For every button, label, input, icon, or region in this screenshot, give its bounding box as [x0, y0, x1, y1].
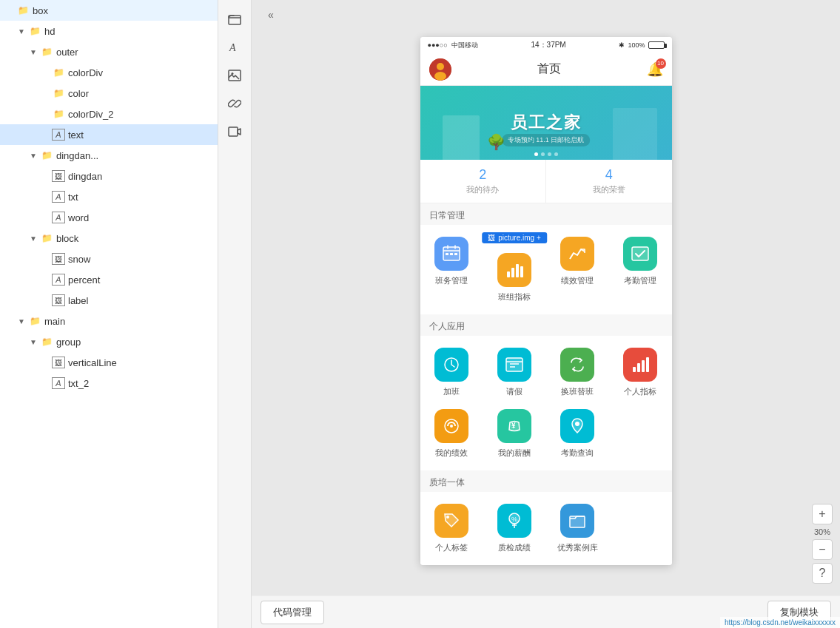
folder-icon-color: 📁 [52, 87, 65, 99]
zoom-out-button[interactable]: − [812, 539, 833, 560]
tree-item-snow[interactable]: 🖼 snow [0, 249, 218, 269]
folder-icon-hd: 📁 [28, 25, 41, 37]
code-management-button[interactable]: 代码管理 [261, 601, 324, 624]
status-right: ✱ 100% [619, 41, 664, 49]
zoom-in-button[interactable]: + [812, 504, 833, 524]
tree-item-block[interactable]: ▼ 📁 block [0, 228, 218, 249]
app-header: 首页 🔔 10 [420, 53, 672, 86]
folder-icon-colorDiv2: 📁 [52, 108, 65, 120]
icon-cell-qingjia[interactable]: 请假 [483, 342, 546, 403]
stat-item-pending[interactable]: 2 我的待办 [420, 160, 546, 203]
tree-item-percent[interactable]: A percent [0, 269, 218, 290]
svg-rect-28 [646, 357, 649, 372]
svg-point-33 [446, 516, 449, 519]
arrow-hd: ▼ [18, 27, 28, 36]
tree-item-verticalLine[interactable]: 🖼 verticalLine [0, 352, 218, 373]
phone-frame: ●●●○○ 中国移动 14：37PM ✱ 100% 首页 🔔 10 [420, 37, 672, 565]
folder-icon-block: 📁 [40, 232, 53, 244]
tree-item-colorDiv[interactable]: 📁 colorDiv [0, 62, 218, 83]
svg-rect-4 [229, 127, 238, 136]
tree-item-box[interactable]: 📁 box [0, 0, 218, 21]
stat-label-honor: 我的荣誉 [546, 184, 672, 195]
icon-label-grbq: 个人标签 [435, 542, 468, 553]
svg-point-32 [575, 422, 579, 426]
tree-item-word[interactable]: A word [0, 207, 218, 228]
icon-label-banwu: 班务管理 [435, 275, 468, 286]
text-tool-btn[interactable]: A [221, 34, 248, 61]
tree-item-outer[interactable]: ▼ 📁 outer [0, 41, 218, 62]
tree-item-main[interactable]: ▼ 📁 main [0, 311, 218, 331]
text-icon-text: A [52, 129, 65, 141]
icon-cell-wdjx[interactable]: 我的绩效 [420, 403, 483, 465]
status-bar: ●●●○○ 中国移动 14：37PM ✱ 100% [420, 37, 672, 53]
img-icon-label: 🖼 [52, 294, 65, 306]
tree-item-label[interactable]: 🖼 label [0, 290, 218, 311]
tree-item-group[interactable]: ▼ 📁 group [0, 331, 218, 352]
icon-cell-yxalk[interactable]: 优秀案例库 [546, 498, 609, 559]
tree-item-colorDiv2[interactable]: 📁 colorDiv_2 [0, 104, 218, 124]
icon-cell-huanban[interactable]: 换班替班 [546, 342, 609, 403]
icon-label-kaoqin: 考勤管理 [624, 275, 656, 286]
banner: 🌳 员工之家 专场预约 11.1 日邮轮启航 [420, 86, 672, 160]
section-title-quality: 质培一体 [420, 470, 672, 492]
tree-item-txt2[interactable]: A txt_2 [0, 373, 218, 394]
tree-item-dingdan[interactable]: ▼ 📁 dingdan... [0, 145, 218, 166]
video-tool-btn[interactable] [221, 118, 248, 145]
icon-cell-kqcx[interactable]: 考勤查询 [546, 403, 609, 465]
tree-item-text[interactable]: A text [0, 124, 218, 145]
icon-cell-zjcj[interactable]: % 质检成绩 [483, 498, 546, 559]
svg-rect-17 [516, 264, 519, 277]
svg-point-7 [434, 72, 446, 81]
tree-label-snow: snow [68, 254, 90, 265]
svg-rect-14 [454, 253, 457, 255]
icon-cell-kaoqin[interactable]: 考勤管理 [609, 231, 672, 308]
banner-title: 员工之家 [511, 112, 582, 134]
svg-point-30 [450, 425, 453, 428]
carrier: 中国移动 [451, 41, 478, 50]
tree-item-dingdan-img[interactable]: 🖼 dingdan [0, 166, 218, 186]
image-tool-btn[interactable] [221, 62, 248, 89]
svg-text:A: A [229, 42, 236, 53]
tree-label-colorDiv2: colorDiv_2 [68, 109, 113, 120]
tree-item-color[interactable]: 📁 color [0, 83, 218, 104]
tree-label-label: label [68, 295, 88, 306]
banner-dot-2 [541, 152, 545, 156]
avatar [429, 58, 451, 81]
banner-dot-1 [534, 152, 538, 156]
icon-cell-jixiao[interactable]: 绩效管理 [546, 231, 609, 308]
icon-cell-gerenzbiao[interactable]: 个人指标 [609, 342, 672, 403]
collapse-button[interactable]: « [261, 4, 281, 25]
tree-item-hd[interactable]: ▼ 📁 hd [0, 21, 218, 41]
url-bar: https://blog.csdn.net/weikaixxxxxx [720, 617, 840, 628]
tree-item-txt[interactable]: A txt [0, 186, 218, 207]
tree-label-main: main [44, 316, 65, 327]
svg-rect-19 [632, 247, 648, 260]
toolbar-panel: A [218, 0, 252, 628]
icon-label-wdjx: 我的绩效 [435, 448, 468, 459]
tree-label-percent: percent [68, 274, 100, 286]
zoom-help-button[interactable]: ? [812, 563, 833, 584]
app-title: 首页 [537, 61, 561, 77]
icon-cell-jiaban[interactable]: 加班 [420, 342, 483, 403]
arrow-main: ▼ [18, 317, 28, 325]
phone-preview-area: ●●●○○ 中国移动 14：37PM ✱ 100% 首页 🔔 10 [252, 30, 840, 595]
stat-item-honor[interactable]: 4 我的荣誉 [545, 160, 672, 203]
icon-label-kqcx: 考勤查询 [561, 448, 594, 459]
status-time: 14：37PM [531, 40, 565, 50]
folder-icon-box: 📁 [16, 4, 30, 16]
icon-cell-wdxc[interactable]: ¥ 我的薪酬 [483, 403, 546, 465]
tree-label-dingdan-img: dingdan [68, 171, 102, 182]
picture-label: picture.img + [498, 234, 541, 242]
text-icon-word: A [52, 212, 65, 223]
link-tool-btn[interactable] [221, 90, 248, 117]
tree-label-group: group [56, 337, 81, 348]
icon-box-zjcj: % [497, 504, 531, 538]
tree-label-txt: txt [68, 192, 78, 203]
img-icon-dingdan: 🖼 [52, 170, 65, 182]
icon-label-jiaban: 加班 [443, 386, 460, 397]
text-icon-txt: A [52, 191, 65, 203]
icon-cell-grbq[interactable]: 个人标签 [420, 498, 483, 559]
icon-cell-banzhu[interactable]: 🖼 picture.img + 班组指标 [483, 231, 546, 308]
icon-cell-banwu[interactable]: 班务管理 [420, 231, 483, 308]
folder-tool-btn[interactable] [221, 6, 248, 33]
